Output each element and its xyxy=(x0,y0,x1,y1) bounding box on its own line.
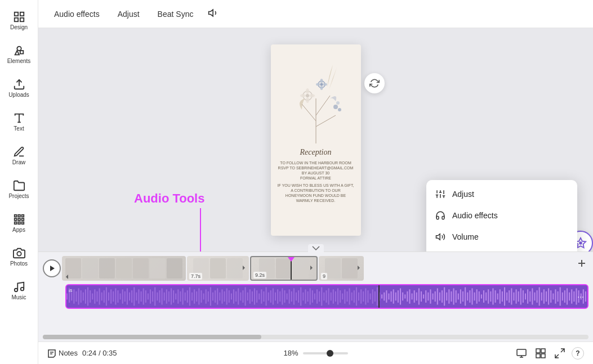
sidebar-item-music[interactable]: Music xyxy=(2,275,36,306)
svg-rect-223 xyxy=(427,293,429,301)
svg-rect-188 xyxy=(346,291,347,302)
sidebar: Design Elements Uploads Text Draw Projec… xyxy=(0,0,38,364)
svg-rect-218 xyxy=(416,293,417,301)
video-clip-1[interactable] xyxy=(62,256,186,281)
sidebar-item-text[interactable]: Text xyxy=(2,106,36,137)
svg-point-28 xyxy=(306,88,309,94)
svg-rect-103 xyxy=(150,289,151,303)
svg-rect-91 xyxy=(122,289,123,303)
sidebar-item-apps[interactable]: Apps xyxy=(2,207,36,239)
svg-rect-107 xyxy=(159,290,160,303)
collapse-button[interactable] xyxy=(308,244,324,252)
svg-rect-265 xyxy=(525,294,526,300)
svg-rect-92 xyxy=(124,291,126,302)
timeline-scrollbar[interactable] xyxy=(43,335,588,339)
scrollbar-thumb[interactable] xyxy=(43,335,261,339)
audio-more-button[interactable]: ··· xyxy=(577,292,584,301)
play-button[interactable] xyxy=(43,259,61,277)
clip-nav-right-4[interactable] xyxy=(356,265,362,271)
sidebar-item-elements[interactable]: Elements xyxy=(2,38,36,70)
svg-rect-16 xyxy=(18,222,20,224)
audio-waveform[interactable]: is xyxy=(65,284,588,309)
clip-nav-left-1[interactable] xyxy=(64,274,70,280)
sidebar-item-uploads[interactable]: Uploads xyxy=(2,72,36,104)
refresh-button[interactable] xyxy=(364,73,385,93)
svg-rect-300 xyxy=(536,354,540,358)
svg-rect-233 xyxy=(451,291,452,302)
video-clip-4[interactable]: 9 xyxy=(319,256,364,281)
context-menu-item-volume[interactable]: Volume xyxy=(426,226,577,248)
svg-rect-95 xyxy=(131,290,132,303)
svg-rect-236 xyxy=(458,294,459,300)
grid-view-button[interactable] xyxy=(533,346,548,361)
svg-rect-203 xyxy=(381,294,382,298)
notes-button[interactable]: Notes xyxy=(47,349,78,358)
svg-rect-126 xyxy=(203,294,204,300)
svg-marker-61 xyxy=(243,266,245,270)
svg-rect-186 xyxy=(342,294,343,300)
svg-rect-156 xyxy=(273,288,274,304)
svg-rect-257 xyxy=(506,293,507,301)
svg-point-27 xyxy=(306,94,309,97)
pencil-icon xyxy=(13,146,25,158)
help-button[interactable]: ? xyxy=(572,347,584,359)
svg-rect-173 xyxy=(312,290,313,303)
sidebar-item-photos[interactable]: Photos xyxy=(2,241,36,272)
svg-rect-280 xyxy=(560,287,561,306)
sidebar-item-draw[interactable]: Draw xyxy=(2,140,36,171)
add-track-button[interactable] xyxy=(575,257,588,270)
svg-rect-184 xyxy=(337,288,338,304)
svg-rect-128 xyxy=(208,291,209,302)
svg-rect-201 xyxy=(377,287,378,306)
svg-rect-143 xyxy=(242,290,243,303)
context-menu-item-adjust[interactable]: Adjust xyxy=(426,183,577,205)
svg-point-20 xyxy=(20,287,24,290)
volume-icon[interactable] xyxy=(204,4,222,24)
svg-rect-182 xyxy=(333,289,334,303)
tab-adjust[interactable]: Adjust xyxy=(111,6,146,22)
svg-rect-131 xyxy=(215,290,216,303)
svg-rect-10 xyxy=(18,214,20,217)
svg-rect-87 xyxy=(113,291,114,302)
svg-rect-206 xyxy=(388,294,389,300)
fullscreen-button[interactable] xyxy=(552,346,567,361)
help-label: ? xyxy=(576,349,579,357)
video-clip-2[interactable]: 7.7s xyxy=(187,256,249,281)
clip-time-4: 9 xyxy=(321,273,327,280)
sidebar-item-projects[interactable]: Projects xyxy=(2,173,36,205)
svg-rect-129 xyxy=(210,287,211,306)
svg-rect-123 xyxy=(196,291,197,302)
svg-rect-263 xyxy=(520,288,521,304)
zoom-thumb[interactable] xyxy=(327,350,333,357)
svg-rect-170 xyxy=(305,289,306,303)
svg-rect-168 xyxy=(300,287,301,306)
svg-rect-192 xyxy=(356,287,357,306)
svg-point-33 xyxy=(320,83,323,86)
desktop-icon-button[interactable] xyxy=(514,346,529,361)
tab-audio-effects[interactable]: Audio effects xyxy=(47,6,106,22)
svg-rect-13 xyxy=(18,218,20,221)
svg-rect-246 xyxy=(481,294,482,298)
svg-rect-228 xyxy=(439,293,440,301)
svg-rect-191 xyxy=(354,290,355,303)
svg-point-58 xyxy=(579,242,582,244)
svg-rect-258 xyxy=(509,290,510,303)
svg-rect-127 xyxy=(206,289,207,303)
clip-nav-right-2[interactable] xyxy=(241,265,247,271)
svg-rect-147 xyxy=(252,291,253,302)
clip-nav-right-3[interactable] xyxy=(309,265,314,271)
audio-track: is xyxy=(43,282,588,311)
tab-beat-sync[interactable]: Beat Sync xyxy=(151,6,200,22)
context-menu-item-split-audio[interactable]: Split audio xyxy=(426,248,577,251)
svg-point-40 xyxy=(336,101,340,105)
svg-rect-237 xyxy=(460,289,461,303)
svg-rect-241 xyxy=(469,290,470,303)
sidebar-item-design[interactable]: Design xyxy=(2,5,36,36)
svg-rect-221 xyxy=(423,294,424,298)
context-menu-item-audio-effects[interactable]: Audio effects xyxy=(426,205,577,226)
svg-point-39 xyxy=(338,108,341,111)
svg-rect-278 xyxy=(555,289,556,303)
zoom-slider[interactable] xyxy=(303,352,348,354)
video-clip-3[interactable]: 9.2s xyxy=(250,256,318,281)
audio-tools-label: Audio Tools xyxy=(134,191,204,206)
